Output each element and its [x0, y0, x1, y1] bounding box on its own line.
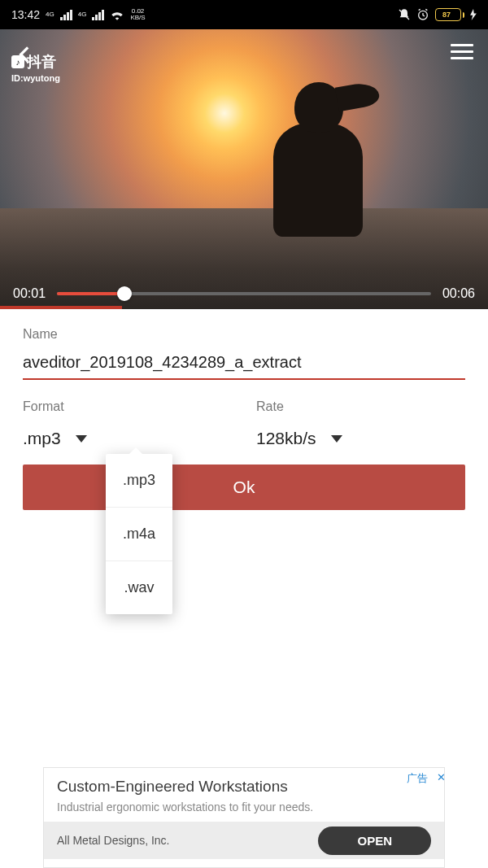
- ad-title: Custom-Engineered Workstations: [57, 778, 431, 796]
- mute-icon: [398, 8, 411, 21]
- ad-company: All Metal Designs, Inc.: [57, 834, 170, 847]
- ad-subtitle: Industrial ergonomic workstations to fit…: [57, 800, 431, 813]
- status-time: 13:42: [11, 8, 40, 21]
- status-left: 13:42 4G 4G 0.02 KB/S: [11, 8, 398, 21]
- dropdown-option-m4a[interactable]: .m4a: [106, 508, 172, 561]
- format-label: Format: [23, 399, 232, 414]
- seek-fill: [57, 292, 124, 295]
- format-select[interactable]: .mp3: [23, 422, 232, 448]
- signal-icon-1: [60, 10, 72, 20]
- ad-open-button[interactable]: OPEN: [318, 827, 431, 855]
- douyin-id: ID:wyutong: [11, 73, 60, 83]
- export-form: Name Format .mp3 Rate 128kb/s Ok: [0, 309, 488, 510]
- douyin-app-name: 抖音: [27, 52, 56, 72]
- chevron-down-icon: [331, 435, 342, 443]
- ad-banner[interactable]: Custom-Engineered Workstations Industria…: [43, 767, 445, 868]
- net-4g-icon-2: 4G: [78, 11, 87, 18]
- seek-thumb[interactable]: [117, 286, 132, 301]
- seek-bar[interactable]: [57, 292, 431, 295]
- name-label: Name: [23, 327, 465, 342]
- net-4g-icon-1: 4G: [46, 11, 54, 18]
- chevron-down-icon: [76, 435, 87, 443]
- ok-button[interactable]: Ok: [23, 465, 465, 510]
- douyin-logo-icon: ♪: [11, 55, 24, 68]
- charging-icon: [470, 9, 477, 20]
- signal-icon-2: [92, 10, 104, 20]
- dropdown-option-mp3[interactable]: .mp3: [106, 454, 172, 508]
- dropdown-option-wav[interactable]: .wav: [106, 561, 172, 614]
- douyin-watermark: ♪ 抖音 ID:wyutong: [11, 52, 60, 83]
- menu-button[interactable]: [451, 44, 473, 59]
- battery-icon: 87: [435, 8, 464, 21]
- format-dropdown: .mp3 .m4a .wav: [106, 454, 172, 614]
- format-value: .mp3: [23, 429, 61, 448]
- video-thumbnail: [0, 29, 488, 309]
- rate-label: Rate: [256, 399, 465, 414]
- wifi-icon: [110, 9, 124, 20]
- status-bar: 13:42 4G 4G 0.02 KB/S 87: [0, 0, 488, 29]
- video-preview[interactable]: ♪ 抖音 ID:wyutong 00:01 00:06: [0, 29, 488, 309]
- loading-bar: [0, 306, 122, 309]
- player-controls: 00:01 00:06: [0, 286, 488, 301]
- current-time: 00:01: [13, 286, 46, 301]
- rate-select[interactable]: 128kb/s: [256, 422, 465, 448]
- name-input[interactable]: [23, 350, 465, 380]
- ad-tag: 广告: [407, 771, 428, 786]
- duration-time: 00:06: [442, 286, 475, 301]
- rate-value: 128kb/s: [256, 429, 316, 448]
- status-right: 87: [398, 8, 477, 21]
- net-speed: 0.02 KB/S: [130, 8, 145, 21]
- ad-close-button[interactable]: ✕: [437, 771, 446, 783]
- alarm-icon: [416, 8, 429, 21]
